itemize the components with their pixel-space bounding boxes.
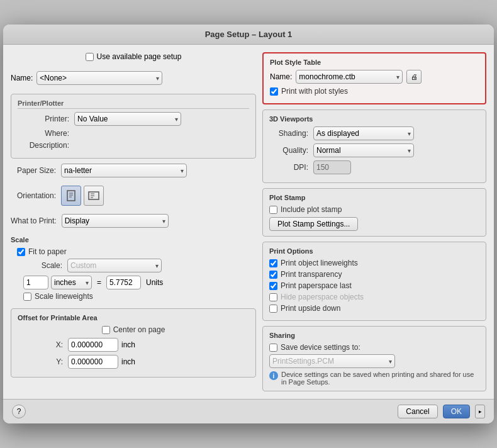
x-input[interactable]: [68, 338, 118, 352]
paper-size-select[interactable]: na-letter: [61, 164, 187, 177]
paper-size-label: Paper Size:: [11, 166, 61, 175]
printer-fields: Printer: No Value Where: Description:: [18, 112, 249, 150]
name-select[interactable]: <None>: [36, 71, 162, 85]
dpi-input: [313, 160, 351, 174]
shading-select[interactable]: As displayed: [313, 126, 414, 140]
y-input[interactable]: [68, 355, 118, 369]
scale-units-label: Units: [146, 278, 163, 287]
print-options-section: Print Options Print object lineweights P…: [262, 242, 486, 321]
include-plot-stamp-checkbox[interactable]: [269, 206, 277, 214]
plot-stamp-settings-button[interactable]: Plot Stamp Settings...: [269, 217, 358, 231]
scale-select[interactable]: Custom: [67, 259, 162, 272]
where-row: Where:: [24, 129, 249, 138]
ok-button[interactable]: OK: [443, 405, 470, 418]
x-label: X:: [18, 340, 68, 349]
plot-stamp-section: Plot Stamp Include plot stamp Plot Stamp…: [262, 188, 486, 237]
plot-style-title: Plot Style Table: [270, 59, 479, 66]
printer-select[interactable]: No Value: [74, 112, 181, 126]
opt5-row: Print upside down: [269, 304, 479, 313]
use-available-checkbox[interactable]: [86, 53, 94, 61]
page-setup-dialog: Page Setup – Layout 1 Use available page…: [3, 25, 494, 423]
landscape-button[interactable]: [84, 186, 104, 206]
sharing-section: Sharing Save device settings to: PrintSe…: [262, 326, 486, 391]
description-row: Description:: [24, 141, 249, 150]
portrait-button[interactable]: [61, 186, 81, 206]
name-select-wrapper: <None>: [36, 71, 162, 85]
opt3-row: Print paperspace last: [269, 281, 479, 290]
y-unit: inch: [121, 357, 135, 366]
opt2-label: Print transparency: [281, 270, 342, 279]
quality-label: Quality:: [269, 146, 313, 155]
opt3-label: Print paperspace last: [281, 281, 352, 290]
scale-units-input[interactable]: [106, 276, 141, 289]
plot-style-section: Plot Style Table Name: monochrome.ctb 🖨 …: [262, 52, 486, 104]
cancel-button[interactable]: Cancel: [398, 405, 437, 418]
use-available-row: Use available page setup: [11, 52, 256, 61]
what-to-print-select[interactable]: Display: [62, 214, 169, 228]
svg-rect-0: [67, 191, 75, 201]
plot-name-select[interactable]: monochrome.ctb: [296, 70, 403, 84]
info-text: Device settings can be saved when printi…: [281, 371, 479, 386]
where-label: Where:: [24, 129, 74, 138]
opt4-checkbox[interactable]: [269, 293, 277, 301]
y-offset-row: Y: inch: [18, 355, 249, 369]
opt4-label: Hide paperspace objects: [281, 293, 364, 301]
plot-name-wrapper: monochrome.ctb: [296, 70, 403, 84]
description-label: Description:: [24, 141, 74, 150]
left-panel: Use available page setup Name: <None> Pr…: [11, 52, 256, 391]
printer-section: Printer/Plotter Printer: No Value Where:: [11, 94, 256, 159]
use-available-label: Use available page setup: [97, 52, 182, 61]
shading-row: Shading: As displayed: [269, 126, 479, 140]
plot-stamp-title: Plot Stamp: [269, 194, 479, 201]
include-plot-stamp-row: Include plot stamp: [269, 205, 479, 214]
printer-row: Printer: No Value: [24, 112, 249, 126]
opt2-checkbox[interactable]: [269, 271, 277, 279]
plot-stamp-settings-row: Plot Stamp Settings...: [269, 217, 479, 231]
printer-icon: 🖨: [411, 73, 418, 81]
scale-title: Scale: [11, 236, 256, 244]
name-label: Name:: [11, 74, 33, 82]
fit-to-paper-checkbox[interactable]: [17, 248, 25, 256]
help-button[interactable]: ?: [12, 405, 26, 418]
dpi-label: DPI:: [269, 163, 313, 172]
scale-lineweights-checkbox[interactable]: [23, 293, 31, 301]
info-icon: i: [269, 371, 278, 380]
viewports-section: 3D Viewports Shading: As displayed Quali…: [262, 109, 486, 183]
sharing-title: Sharing: [269, 332, 479, 339]
quality-select[interactable]: Normal: [313, 143, 414, 157]
scroll-button[interactable]: ▸: [475, 405, 485, 418]
print-with-styles-label: Print with plot styles: [281, 87, 348, 96]
center-on-page-checkbox[interactable]: [102, 326, 110, 334]
opt5-checkbox[interactable]: [269, 305, 277, 313]
print-icon-button[interactable]: 🖨: [406, 70, 422, 84]
paper-size-row: Paper Size: na-letter: [11, 164, 256, 177]
scale-num-input[interactable]: [23, 276, 48, 289]
print-with-styles-checkbox[interactable]: [270, 87, 278, 96]
scale-unit-select[interactable]: inches: [51, 276, 92, 289]
opt4-row: Hide paperspace objects: [269, 293, 479, 301]
scale-contents: Fit to paper Scale: Custom: [11, 247, 256, 301]
shading-wrapper: As displayed: [313, 126, 414, 140]
opt3-checkbox[interactable]: [269, 282, 277, 290]
scale-equals: =: [94, 278, 104, 287]
opt5-label: Print upside down: [281, 304, 340, 313]
what-to-print-wrapper: Display: [62, 214, 169, 228]
right-panel: Plot Style Table Name: monochrome.ctb 🖨 …: [262, 52, 486, 391]
save-device-row: Save device settings to:: [269, 343, 479, 352]
center-on-page-label: Center on page: [113, 325, 165, 334]
scale-lineweights-label: Scale lineweights: [35, 292, 93, 301]
printer-select-wrapper: No Value: [74, 112, 181, 126]
offset-title: Offset for Printable Area: [18, 314, 249, 322]
device-file-select[interactable]: PrintSettings.PCM: [269, 354, 395, 368]
footer-buttons: Cancel OK ▸: [398, 405, 485, 418]
opt1-checkbox[interactable]: [269, 259, 277, 267]
scale-lineweights-row: Scale lineweights: [23, 292, 256, 301]
quality-wrapper: Normal: [313, 143, 414, 157]
printer-label: Printer:: [24, 115, 74, 123]
x-unit: inch: [121, 340, 135, 349]
x-offset-row: X: inch: [18, 338, 249, 352]
viewports-title: 3D Viewports: [269, 115, 479, 123]
orientation-row: Orientation:: [11, 186, 256, 206]
paper-size-wrapper: na-letter: [61, 164, 187, 177]
save-device-checkbox[interactable]: [269, 344, 277, 352]
